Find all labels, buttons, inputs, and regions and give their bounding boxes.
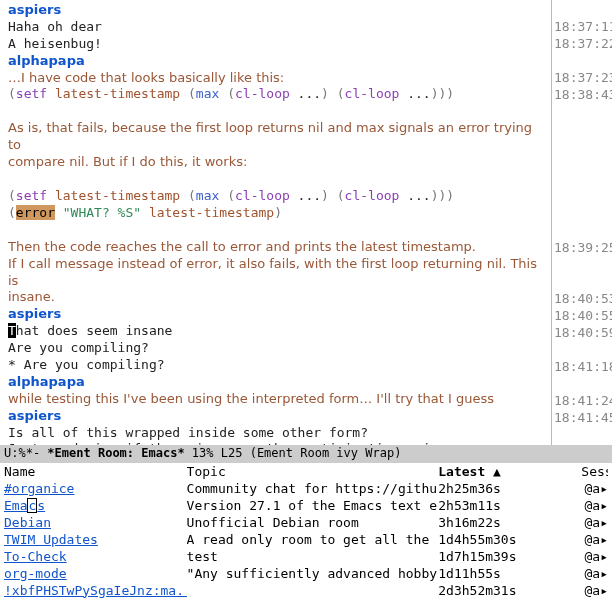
room-latest: 1d7h15m39s (438, 548, 581, 565)
timestamp: 18:38:43 (554, 87, 608, 104)
buffer-name: *Ement Room: Emacs* (47, 446, 184, 460)
timestamp: 18:41:45 (554, 410, 608, 427)
text-cursor: c (27, 498, 37, 513)
msg-line: Then the code reaches the call to error … (8, 239, 547, 256)
room-latest: 2h53m11s (438, 497, 581, 514)
code-line: (error "WHAT? %S" latest-timestamp) (8, 205, 547, 222)
msg-line: * Are you compiling? (8, 357, 547, 374)
room-latest: 3h16m22s (438, 514, 581, 531)
room-link[interactable]: org-mode (4, 566, 67, 581)
sender-aspiers: aspiers (8, 408, 547, 425)
room-link[interactable]: Emacs (4, 498, 45, 513)
room-sess: @a▸ (581, 497, 608, 514)
msg-line: Is all of this wrapped inside some other… (8, 425, 547, 442)
room-row[interactable]: TWIM Updates A read only room to get all… (0, 531, 612, 548)
msg-line: Just wondering if there is some other op… (8, 441, 547, 445)
modeline-chat[interactable]: U:%*- *Ement Room: Emacs* 13% L25 (Ement… (0, 445, 612, 463)
col-header-sess[interactable]: Sess (581, 463, 608, 480)
msg-line: compare nil. But if I do this, it works: (8, 154, 547, 171)
rooms-header: Name Topic Latest ▲ Sess (0, 463, 612, 480)
modeline-info: 13% L25 (Ement Room ivy Wrap) (185, 446, 402, 460)
room-row[interactable]: org-mode "Any sufficiently advanced hobb… (0, 565, 612, 582)
room-row[interactable]: To-Check test 1d7h15m39s @a▸ (0, 548, 612, 565)
room-row[interactable]: #organice Community chat for https://git… (0, 480, 612, 497)
timestamp: 18:37:11 (554, 19, 608, 36)
timestamp: 18:41:18 (554, 359, 608, 376)
room-sess: @a▸ (581, 548, 608, 565)
timestamp: 18:40:59 (554, 325, 608, 342)
msg-line: …I have code that looks basically like t… (8, 70, 547, 87)
timestamp: 18:40:53 (554, 291, 608, 308)
msg-line: A heisenbug! (8, 36, 547, 53)
room-topic: Unofficial Debian room (187, 514, 439, 531)
sender-alphapapa: alphapapa (8, 53, 547, 70)
timestamp: 18:37:23 (554, 70, 608, 87)
col-header-topic[interactable]: Topic (187, 463, 439, 480)
chat-pane: aspiers Haha oh dear A heisenbug! alphap… (0, 0, 612, 445)
room-link[interactable]: Debian (4, 515, 51, 530)
room-topic: Version 27.1 of the Emacs text e... (187, 497, 439, 514)
msg-line: while testing this I've been using the i… (8, 391, 547, 408)
room-topic: A read only room to get all the ... (187, 531, 439, 548)
room-sess: @a▸ (581, 565, 608, 582)
sender-aspiers: aspiers (8, 2, 547, 19)
message-list[interactable]: aspiers Haha oh dear A heisenbug! alphap… (0, 0, 552, 445)
sender-alphapapa: alphapapa (8, 374, 547, 391)
sender-aspiers: aspiers (8, 306, 547, 323)
room-sess: @a▸ (581, 514, 608, 531)
msg-line: Are you compiling? (8, 340, 547, 357)
timestamp: 18:37:22 (554, 36, 608, 53)
text-cursor: T (8, 323, 16, 338)
rooms-pane[interactable]: Name Topic Latest ▲ Sess #organice Commu… (0, 463, 612, 600)
timestamp-gutter: 18:37:11 18:37:22 18:37:23 18:38:43 18:3… (552, 0, 612, 445)
room-row[interactable]: Emacs Version 27.1 of the Emacs text e..… (0, 497, 612, 514)
room-latest: 1d11h55s (438, 565, 581, 582)
room-sess: @a▸ (581, 582, 608, 599)
timestamp: 18:42:21 (554, 444, 608, 445)
room-latest: 2d3h52m31s (438, 582, 581, 599)
code-line: (setf latest-timestamp (max (cl-loop ...… (8, 86, 547, 103)
col-header-latest[interactable]: Latest ▲ (438, 463, 581, 480)
room-topic: "Any sufficiently advanced hobby... (187, 565, 439, 582)
room-link[interactable]: TWIM Updates (4, 532, 98, 547)
modeline-status: U:%*- (4, 446, 47, 460)
room-link[interactable]: !xbfPHSTwPySgaIeJnz:ma... (4, 583, 187, 598)
room-latest: 1d4h55m30s (438, 531, 581, 548)
col-header-name[interactable]: Name (4, 463, 187, 480)
timestamp: 18:40:55 (554, 308, 608, 325)
timestamp: 18:41:24 (554, 393, 608, 410)
room-link[interactable]: #organice (4, 481, 74, 496)
msg-line: That does seem insane (8, 323, 547, 340)
room-topic: test (187, 548, 439, 565)
room-row[interactable]: Debian Unofficial Debian room 3h16m22s @… (0, 514, 612, 531)
msg-line: As is, that fails, because the first loo… (8, 120, 547, 154)
room-sess: @a▸ (581, 480, 608, 497)
room-topic (187, 582, 439, 599)
timestamp: 18:39:25 (554, 240, 608, 257)
room-sess: @a▸ (581, 531, 608, 548)
msg-line: insane. (8, 289, 547, 306)
msg-line: Haha oh dear (8, 19, 547, 36)
room-latest: 2h25m36s (438, 480, 581, 497)
room-topic: Community chat for https://githu... (187, 480, 439, 497)
msg-line: If I call message instead of error, it a… (8, 256, 547, 290)
room-row[interactable]: !xbfPHSTwPySgaIeJnz:ma... 2d3h52m31s @a▸ (0, 582, 612, 599)
room-link[interactable]: To-Check (4, 549, 67, 564)
code-line: (setf latest-timestamp (max (cl-loop ...… (8, 188, 547, 205)
